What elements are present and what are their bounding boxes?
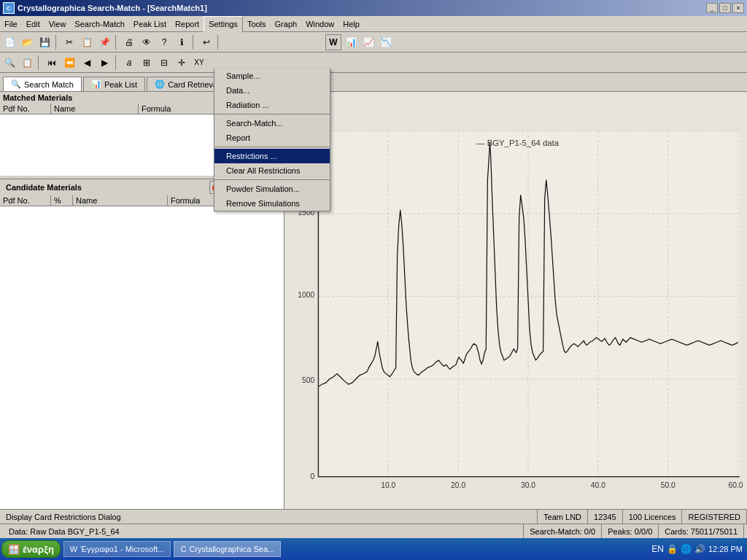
matched-col-name: Name — [51, 104, 139, 114]
taskbar-item-word[interactable]: W Έγγραφο1 - Microsoft... — [63, 541, 171, 557]
menu-file[interactable]: File — [0, 16, 22, 32]
menu-item-sample[interactable]: Sample... — [214, 69, 330, 83]
menu-item-search-match[interactable]: Search-Match... — [214, 116, 330, 131]
menu-edit[interactable]: Edit — [22, 16, 44, 32]
toolbar2: 🔍 📋 ⏮ ⏪ ◀ ▶ a ⊞ ⊟ ✛ XY — [0, 52, 747, 73]
clock: 12:28 PM — [708, 545, 743, 553]
preview-button[interactable]: 👁 — [139, 34, 155, 50]
peak-list-tb[interactable]: 📋 — [19, 55, 35, 71]
volume-icon: 🔊 — [694, 544, 705, 554]
bar-chart3-button[interactable]: 📉 — [378, 34, 394, 50]
sep3 — [193, 35, 196, 50]
bar-chart1-button[interactable]: 📊 — [343, 34, 359, 50]
new-button[interactable]: 📄 — [1, 34, 18, 50]
start-button[interactable]: 🪟 έναρξη — [1, 540, 61, 558]
svg-text:1000: 1000 — [298, 291, 314, 299]
menu-search-match[interactable]: Search-Match — [70, 16, 128, 32]
menu-window[interactable]: Window — [301, 16, 338, 32]
settings-dropdown-menu[interactable]: Sample... Data... Radiation ... Search-M… — [214, 69, 330, 211]
close-button[interactable]: × — [732, 3, 744, 13]
status-left: Data: Raw Data BGY_P1-5_64 — [3, 524, 524, 538]
status-team: Team LND — [538, 510, 588, 524]
sep5 — [38, 55, 41, 70]
titlebar-left: C Crystallographica Search-Match - [Sear… — [3, 2, 207, 14]
taskbar: 🪟 έναρξη W Έγγραφο1 - Microsoft... C Cry… — [0, 538, 747, 560]
svg-text:30.0: 30.0 — [521, 481, 535, 489]
menu-item-powder-simulation[interactable]: Powder Simulation... — [214, 182, 330, 196]
menu-graph[interactable]: Graph — [271, 16, 302, 32]
svg-text:40.0: 40.0 — [591, 481, 605, 489]
paste-button[interactable]: 📌 — [96, 34, 112, 50]
xy-button[interactable]: XY — [191, 55, 207, 71]
menu-item-radiation[interactable]: Radiation ... — [214, 98, 330, 112]
help-button[interactable]: ? — [156, 34, 172, 50]
status-registered: REGISTERED — [682, 510, 747, 524]
main-content: Matched Materials Pdf No. Name Formula C… — [0, 92, 747, 531]
peak-list-icon: 📊 — [91, 79, 101, 89]
open-button[interactable]: 📂 — [19, 34, 35, 50]
titlebar-buttons[interactable]: _ □ × — [706, 3, 744, 13]
candidate-materials-title: Candidate Materials — [3, 182, 85, 193]
menu-item-report[interactable]: Report — [214, 131, 330, 145]
grid-button[interactable]: ⊞ — [139, 55, 155, 71]
status-dialog: Display Card Restrictions Dialog — [0, 510, 538, 524]
bar-chart2-button[interactable]: 📈 — [360, 34, 376, 50]
menu-item-restrictions[interactable]: Restrictions ... — [214, 149, 330, 163]
svg-text:10.0: 10.0 — [381, 481, 395, 489]
minimize-button[interactable]: _ — [706, 3, 718, 13]
menu-help[interactable]: Help — [338, 16, 364, 32]
status-cards: Cards: 75011/75011 — [659, 524, 744, 538]
nav-prev-prev[interactable]: ⏪ — [61, 55, 77, 71]
menubar: File Edit View Search-Match Peak List Re… — [0, 16, 747, 32]
nav-start[interactable]: ⏮ — [44, 55, 60, 71]
candidate-table-body — [0, 206, 284, 529]
cross-button[interactable]: ✛ — [174, 55, 190, 71]
cut-button[interactable]: ✂ — [61, 34, 77, 50]
menu-item-data[interactable]: Data... — [214, 83, 330, 98]
nav-next[interactable]: ▶ — [96, 55, 112, 71]
sep1 — [55, 35, 58, 50]
card-retrieval-icon: 🌐 — [155, 79, 165, 89]
menu-tools[interactable]: Tools — [243, 16, 271, 32]
taskbar-item-crystallo[interactable]: C Crystallographica Sea... — [174, 541, 281, 557]
menu-settings[interactable]: Settings — [204, 16, 243, 32]
cand-col-name: Name — [73, 195, 168, 206]
tabs-bar: 🔍 Search Match 📊 Peak List 🌐 Card Retrie… — [0, 73, 747, 92]
chart-panel: 0 500 1000 1500 2000 10.0 20.0 30.0 40.0… — [285, 92, 747, 531]
status-licences: 100 Licences — [623, 510, 683, 524]
start-icon: 🪟 — [8, 544, 20, 555]
print-button[interactable]: 🖨 — [121, 34, 137, 50]
menu-report[interactable]: Report — [171, 16, 204, 32]
search-match-tb[interactable]: 🔍 — [1, 55, 18, 71]
save-button[interactable]: 💾 — [36, 34, 53, 50]
italic-a[interactable]: a — [121, 55, 137, 71]
nav-prev[interactable]: ◀ — [79, 55, 95, 71]
menu-item-clear-restrictions[interactable]: Clear All Restrictions — [214, 163, 330, 178]
menu-peak-list[interactable]: Peak List — [129, 16, 171, 32]
svg-text:500: 500 — [302, 376, 314, 384]
status-peaks: Peaks: 0/0/0 — [602, 524, 659, 538]
menu-view[interactable]: View — [44, 16, 71, 32]
titlebar: C Crystallographica Search-Match - [Sear… — [0, 0, 747, 16]
cand-col-pdf: Pdf No. — [0, 195, 51, 206]
language-indicator: EN — [651, 544, 664, 554]
svg-text:0: 0 — [311, 472, 315, 481]
taskbar-right: EN 🔒 🌐 🔊 12:28 PM — [651, 544, 746, 554]
copy-button[interactable]: 📋 — [79, 34, 95, 50]
matched-col-pdf: Pdf No. — [0, 104, 51, 114]
word-icon: W — [70, 545, 77, 553]
separator2 — [214, 147, 330, 147]
app-icon: C — [3, 2, 15, 14]
tab-peak-list[interactable]: 📊 Peak List — [83, 77, 145, 91]
menu-item-remove-simulations[interactable]: Remove Simulations — [214, 196, 330, 211]
undo-button[interactable]: ↩ — [198, 34, 214, 50]
tab-search-match[interactable]: 🔍 Search Match — [3, 77, 82, 91]
grid2-button[interactable]: ⊟ — [156, 55, 172, 71]
sep6 — [115, 55, 118, 70]
maximize-button[interactable]: □ — [719, 3, 731, 13]
status-search-match: Search-Match: 0/0 — [524, 524, 602, 538]
w-button[interactable]: W — [325, 34, 341, 50]
statusbar-bottom: Display Card Restrictions Dialog Team LN… — [0, 509, 747, 524]
info-button[interactable]: ℹ — [174, 34, 190, 50]
svg-text:50.0: 50.0 — [661, 481, 676, 489]
